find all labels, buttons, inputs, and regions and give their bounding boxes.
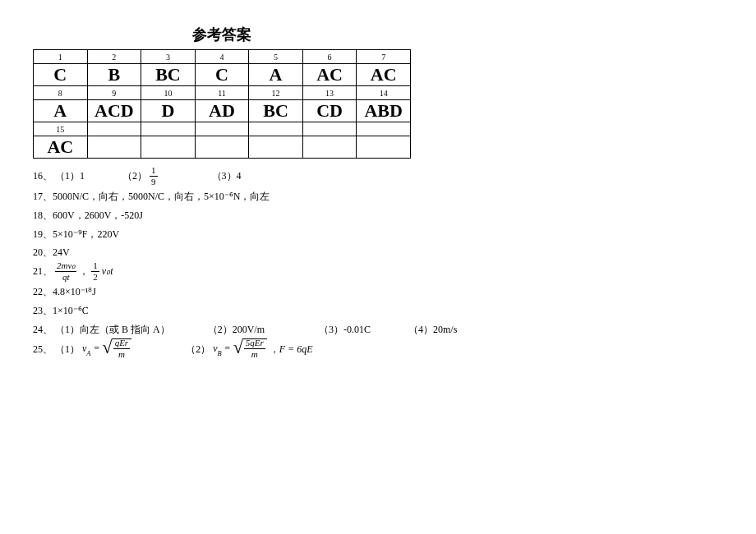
answer-line: 23、1×10⁻⁶C — [33, 302, 723, 320]
table-row: A ACD D AD BC CD ABD — [34, 100, 411, 122]
q-number — [141, 122, 196, 136]
answer-line: 21、 2mv₀ qt ， 1 2 v₀t — [33, 262, 723, 283]
q-tail: v₀t — [102, 265, 113, 277]
q-part: （1）1 — [55, 170, 85, 182]
page-title: 参考答案 — [33, 25, 411, 44]
q-number: 8 — [34, 86, 88, 100]
q-number: 2 — [87, 50, 141, 64]
q-number — [357, 122, 411, 136]
q-label: 19、 — [33, 228, 53, 240]
written-answers: 16、 （1）1 （2） 1 9 （3）4 17、5000N/C，向右，5000… — [33, 167, 723, 361]
q-number: 11 — [195, 86, 249, 100]
q-answer: D — [141, 100, 196, 122]
q-answer — [302, 136, 357, 159]
q-number: 15 — [34, 122, 88, 136]
q-number: 4 — [195, 50, 249, 64]
q-part: （1） — [55, 343, 80, 354]
table-row: 8 9 10 11 12 13 14 — [34, 86, 411, 100]
table-row: C B BC C A AC AC — [34, 64, 411, 86]
q-number: 9 — [87, 86, 141, 100]
sqrt: √ 5qEr m — [233, 338, 267, 360]
q-number: 3 — [141, 50, 196, 64]
q-number: 1 — [34, 50, 88, 64]
q-number: 10 — [141, 86, 196, 100]
q-number — [87, 122, 141, 136]
q-label: 16、 — [33, 170, 53, 182]
q-part: （3）-0.01C — [319, 324, 371, 335]
q-answer: CD — [302, 100, 357, 122]
q-label: 17、 — [33, 191, 53, 202]
q-number: 14 — [357, 86, 411, 100]
q-part: （3）4 — [212, 170, 242, 182]
table-row: 1 2 3 4 5 6 7 — [34, 50, 411, 64]
q-answer: C — [34, 64, 88, 86]
table-row: AC — [34, 136, 411, 159]
q-answer — [141, 136, 196, 159]
answer-line: 22、4.8×10⁻¹⁸J — [33, 283, 723, 302]
answer-line: 18、600V，2600V，-520J — [33, 206, 723, 225]
q-label: 18、 — [33, 209, 53, 221]
q-answer: ABD — [357, 100, 411, 122]
q-number: 12 — [249, 86, 303, 100]
q-text: 600V，2600V，-520J — [53, 209, 143, 221]
equation-lhs: vB = — [213, 343, 233, 354]
q-number — [249, 122, 303, 136]
q-answer: AC — [302, 64, 357, 86]
q-text: 5000N/C，向右，5000N/C，向右，5×10⁻⁶N，向左 — [53, 191, 270, 202]
q-part: （2） — [186, 343, 210, 354]
table-row: 15 — [34, 122, 411, 136]
answer-line: 20、24V — [33, 243, 723, 262]
q-text: 24V — [53, 246, 70, 258]
q-answer: B — [87, 64, 141, 86]
sqrt: √ qEr m — [103, 338, 132, 360]
q-tail: ，F = 6qE — [270, 343, 313, 354]
q-number: 13 — [302, 86, 357, 100]
q-number: 6 — [302, 50, 357, 64]
q-answer: A — [249, 64, 303, 86]
q-part: （4）20m/s — [408, 324, 457, 335]
q-answer: A — [34, 100, 88, 122]
answer-line: 25、 （1） vA = √ qEr m （2） vB = √ 5q — [33, 339, 723, 361]
q-label: 22、 — [33, 286, 53, 297]
q-answer — [249, 136, 303, 159]
fraction: 1 9 — [150, 166, 158, 186]
q-answer: AC — [34, 136, 88, 159]
q-answer: ACD — [87, 100, 141, 122]
q-label: 25、 — [33, 343, 53, 354]
q-answer: BC — [141, 64, 196, 86]
q-label: 20、 — [33, 246, 53, 258]
answer-line: 16、 （1）1 （2） 1 9 （3）4 — [33, 167, 723, 187]
answer-line: 19、5×10⁻⁹F，220V — [33, 225, 723, 244]
answer-table: 1 2 3 4 5 6 7 C B BC C A AC AC 8 9 10 11… — [33, 49, 411, 159]
q-text: 1×10⁻⁶C — [53, 305, 89, 316]
q-label: 23、 — [33, 305, 53, 316]
q-label: 21、 — [33, 265, 53, 277]
q-answer: AD — [195, 100, 249, 122]
q-text: 4.8×10⁻¹⁸J — [53, 286, 96, 297]
q-answer: BC — [249, 100, 303, 122]
q-answer — [87, 136, 141, 159]
q-part: （2）200V/m — [208, 324, 265, 335]
q-label: 24、 — [33, 324, 53, 335]
answer-line: 24、 （1）向左（或 B 指向 A） （2）200V/m （3）-0.01C … — [33, 320, 723, 339]
q-text: 5×10⁻⁹F，220V — [53, 228, 119, 240]
separator: ， — [79, 265, 89, 277]
q-number — [195, 122, 249, 136]
q-part: （2） — [122, 170, 147, 182]
q-number: 5 — [249, 50, 303, 64]
q-answer — [357, 136, 411, 159]
fraction: 1 2 — [91, 261, 99, 282]
q-answer — [195, 136, 249, 159]
q-answer: AC — [357, 64, 411, 86]
q-part: （1）向左（或 B 指向 A） — [55, 324, 170, 335]
equation-lhs: vA = — [82, 343, 103, 354]
fraction: 2mv₀ qt — [55, 261, 76, 282]
answer-line: 17、5000N/C，向右，5000N/C，向右，5×10⁻⁶N，向左 — [33, 187, 723, 206]
q-answer: C — [195, 64, 249, 86]
q-number: 7 — [357, 50, 411, 64]
q-number — [302, 122, 357, 136]
